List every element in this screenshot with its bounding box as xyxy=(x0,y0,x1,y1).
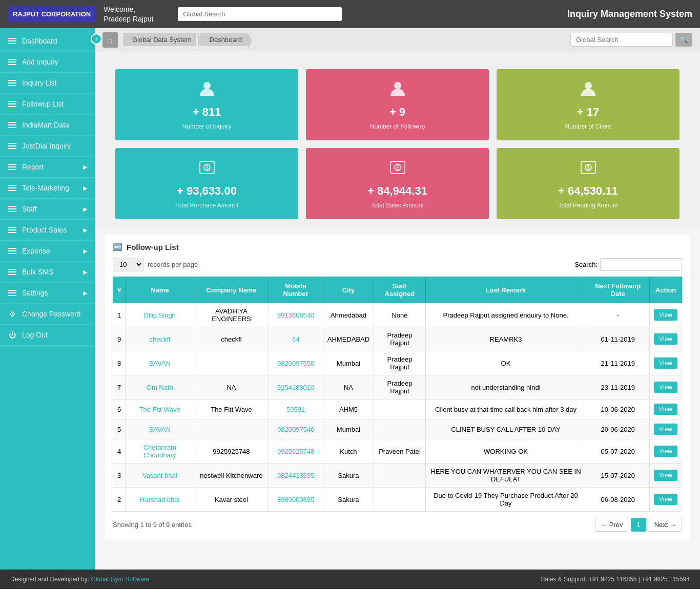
sidebar-item-inquiry-list[interactable]: Inquiry List xyxy=(0,73,95,94)
table-search-input[interactable] xyxy=(600,258,682,271)
cell-company: NA xyxy=(194,375,269,399)
cell-num: 3 xyxy=(113,463,126,488)
inquiry-stat-value: + 811 xyxy=(193,106,221,119)
cell-action: View xyxy=(650,303,682,327)
table-row: 5 SAVAN 9820097546 Mumbai CLINET BUSY CA… xyxy=(113,419,682,439)
telemarketing-icon xyxy=(8,184,17,192)
cell-num: 9 xyxy=(113,327,126,351)
view-button[interactable]: View xyxy=(654,470,677,481)
sidebar-item-report[interactable]: Report ▶ xyxy=(0,157,95,178)
name-link[interactable]: SAVAN xyxy=(149,426,171,433)
view-button[interactable]: View xyxy=(654,357,677,369)
sub-search-input[interactable] xyxy=(570,33,673,47)
mobile-link[interactable]: 9913606540 xyxy=(277,311,314,319)
sidebar-label-bulk-sms: Bulk SMS xyxy=(22,268,78,276)
sidebar-label-followup-list: Followup List xyxy=(22,100,87,108)
sales-stat-value: + 84,944.31 xyxy=(367,184,427,198)
sidebar-item-justdial[interactable]: JustDial Inquiry xyxy=(0,136,95,157)
sidebar-item-staff[interactable]: Staff ▶ xyxy=(0,199,95,220)
sidebar-item-expense[interactable]: Expense ▶ xyxy=(0,241,95,262)
mobile-link[interactable]: 59591 xyxy=(286,406,305,413)
sidebar-item-dashboard[interactable]: Dashboard xyxy=(0,31,95,52)
name-link[interactable]: Dilip Singh xyxy=(144,311,176,319)
cell-remark: Client busy at that time call back him a… xyxy=(425,399,586,419)
sidebar-item-bulk-sms[interactable]: Bulk SMS ▶ xyxy=(0,262,95,283)
footer: Designed and Developed by: Global Gym So… xyxy=(0,570,700,589)
cell-mobile: 9820097556 xyxy=(269,351,323,375)
mobile-link[interactable]: 9820097546 xyxy=(277,426,314,433)
sidebar-item-indiamart[interactable]: IndiaMart Data xyxy=(0,115,95,136)
sidebar-item-settings[interactable]: Settings ▶ xyxy=(0,283,95,304)
main-layout: ‹ Dashboard Add Inquiry Inquiry List Fol… xyxy=(0,28,700,570)
col-followup-date: Next Followup Date xyxy=(586,277,650,303)
view-button[interactable]: View xyxy=(654,446,677,457)
cell-remark: CLINET BUSY CALL AFTER 10 DAY xyxy=(425,419,586,439)
cell-city: AHM5 xyxy=(323,399,374,419)
header-search-input[interactable] xyxy=(178,7,342,21)
view-button[interactable]: View xyxy=(654,382,677,393)
cell-remark: OK xyxy=(425,351,586,375)
bulk-sms-arrow-icon: ▶ xyxy=(83,269,87,276)
prev-page-button[interactable]: ← Prev xyxy=(595,518,628,532)
name-link[interactable]: Chetanram Choudhary xyxy=(143,444,176,459)
view-button[interactable]: View xyxy=(654,424,677,435)
sidebar-item-logout[interactable]: ⏻ Log Out xyxy=(0,325,95,346)
sidebar-item-product-sales[interactable]: Product Sales ▶ xyxy=(0,220,95,241)
sidebar-item-followup-list[interactable]: Followup List xyxy=(0,94,95,115)
view-button[interactable]: View xyxy=(654,309,677,321)
table-row: 2 Harshad bhai Kavar steel 8980000895 Sa… xyxy=(113,488,682,512)
header: RAJPUT CORPORATION Welcome, Pradeep Rajp… xyxy=(0,0,700,28)
cell-followup-date: 06-08-2020 xyxy=(586,488,650,512)
footer-link[interactable]: Global Gym Software xyxy=(91,576,149,583)
sidebar-label-expense: Expense xyxy=(22,247,78,255)
home-breadcrumb[interactable]: ⌂ xyxy=(102,32,118,48)
sidebar-item-change-password[interactable]: ⚙ Change Password xyxy=(0,304,95,325)
name-link[interactable]: checkfl xyxy=(150,335,170,343)
cell-city: Kutch xyxy=(323,439,374,463)
cell-action: View xyxy=(650,351,682,375)
col-company: Company Name xyxy=(194,277,269,303)
sidebar-item-add-inquiry[interactable]: Add Inquiry xyxy=(0,52,95,73)
inquiry-stat-label: Number of Inquiry xyxy=(182,123,231,130)
mobile-link[interactable]: 9820097556 xyxy=(277,360,314,367)
cell-num: 8 xyxy=(113,351,126,375)
next-page-button[interactable]: Next → xyxy=(649,518,682,532)
mobile-link[interactable]: 9824413935 xyxy=(277,472,314,479)
view-button[interactable]: View xyxy=(654,404,677,415)
name-link[interactable]: The Fitt Wave xyxy=(139,406,180,413)
mobile-link[interactable]: 9254188010 xyxy=(277,384,314,391)
cell-followup-date: 15-07-2020 xyxy=(586,463,650,488)
name-link[interactable]: Harshad bhai xyxy=(140,496,179,503)
breadcrumb-dashboard[interactable]: Dashboard xyxy=(200,33,249,46)
name-link[interactable]: SAVAN xyxy=(149,360,171,367)
col-action: Action xyxy=(650,277,682,303)
col-num: # xyxy=(113,277,126,303)
mobile-link[interactable]: 8980000895 xyxy=(277,496,314,503)
sidebar-item-telemarketing[interactable]: Tele-Marketing ▶ xyxy=(0,178,95,199)
col-mobile: Mobile Number xyxy=(269,277,323,303)
table-body: 1 Dilip Singh AVADHIYA ENGINEERS 9913606… xyxy=(113,303,682,512)
client-stat-label: Number of Client xyxy=(565,123,611,130)
name-link[interactable]: Vasant bhai xyxy=(142,472,177,479)
breadcrumb-global-data[interactable]: Global Data System xyxy=(123,33,198,46)
sidebar-label-logout: Log Out xyxy=(22,331,87,339)
view-button[interactable]: View xyxy=(654,494,677,505)
col-remark: Last Remark xyxy=(425,277,586,303)
records-per-page-select[interactable]: 10 25 50 100 xyxy=(113,258,143,271)
cell-followup-date: 23-11-2019 xyxy=(586,375,650,399)
mobile-link[interactable]: 64 xyxy=(292,335,299,343)
mobile-link[interactable]: 9925925748 xyxy=(277,448,314,455)
sub-header: ⌂ Global Data System Dashboard 🔍 xyxy=(95,28,700,51)
svg-point-1 xyxy=(394,82,401,89)
table-row: 6 The Fitt Wave The Fitt Wave 59591 AHM5… xyxy=(113,399,682,419)
settings-arrow-icon: ▶ xyxy=(83,290,87,297)
name-link[interactable]: Om Nath xyxy=(147,384,173,391)
sub-search-button[interactable]: 🔍 xyxy=(675,33,692,47)
svg-point-2 xyxy=(585,82,592,89)
followup-title: 🆕 Follow-up List xyxy=(113,242,682,251)
view-button[interactable]: View xyxy=(654,333,677,345)
cell-staff: Praveen Patel xyxy=(374,439,426,463)
welcome-text: Welcome, Pradeep Rajput xyxy=(104,5,170,23)
cell-mobile: 8980000895 xyxy=(269,488,323,512)
sidebar-toggle[interactable]: ‹ xyxy=(91,33,102,45)
